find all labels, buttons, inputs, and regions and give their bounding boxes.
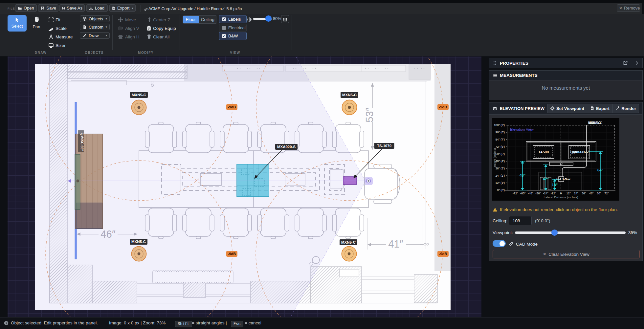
svg-text:Height (inches): Height (inches) — [493, 148, 497, 167]
svg-text:24": 24" — [574, 192, 578, 195]
svg-text:Elevation View: Elevation View — [510, 127, 534, 131]
svg-text:12" (1'): 12" (1') — [496, 181, 505, 185]
svg-text:84" (7'): 84" (7') — [496, 138, 505, 141]
svg-text:108" (9'): 108" (9') — [494, 123, 505, 127]
svg-text:-9dB: -9dB — [439, 105, 447, 109]
svg-text:72": 72" — [604, 192, 609, 195]
svg-text:-9dB: -9dB — [228, 252, 236, 256]
svg-text:18": 18" — [552, 183, 558, 187]
svg-text:53″: 53″ — [364, 107, 375, 122]
svg-text:60": 60" — [597, 192, 601, 195]
svg-text:60" (5'): 60" (5') — [496, 152, 505, 156]
svg-text:41″: 41″ — [388, 238, 403, 250]
svg-text:Lateral Distance (inches): Lateral Distance (inches) — [544, 195, 578, 199]
svg-text:64": 64" — [597, 168, 603, 172]
svg-text:0" (0'): 0" (0') — [497, 188, 505, 192]
svg-text:48": 48" — [520, 173, 525, 177]
svg-text:24" (2'): 24" (2') — [496, 174, 505, 177]
svg-text:MXA920-S: MXA920-S — [277, 145, 296, 149]
svg-text:QM65C 65″: QM65C 65″ — [80, 133, 84, 151]
svg-text:48": 48" — [589, 192, 593, 195]
svg-text:36": 36" — [582, 192, 586, 195]
svg-text:-9dB: -9dB — [228, 105, 236, 109]
svg-text:-72": -72" — [513, 192, 518, 195]
svg-text:MXN5-C: MXN5-C — [341, 240, 356, 244]
svg-text:-12": -12" — [551, 192, 556, 195]
svg-text:TA500: TA500 — [538, 150, 549, 154]
svg-text:-9dB: -9dB — [439, 252, 447, 256]
svg-text:48" (4'): 48" (4') — [496, 160, 505, 163]
svg-text:-36": -36" — [535, 192, 541, 195]
svg-text:-24": -24" — [543, 192, 548, 195]
svg-text:TS-1070: TS-1070 — [377, 144, 391, 148]
svg-text:96" (8'): 96" (8') — [496, 131, 505, 134]
svg-text:-48": -48" — [528, 192, 533, 195]
svg-text:-60": -60" — [520, 192, 525, 195]
svg-text:42": 42" — [543, 177, 549, 181]
svg-text:MXN5-C: MXN5-C — [342, 93, 357, 97]
svg-text:MXN5▸C: MXN5▸C — [589, 121, 602, 125]
svg-text:MXN5-C: MXN5-C — [132, 93, 146, 97]
svg-text:36" (3'): 36" (3') — [496, 167, 505, 170]
svg-text:12": 12" — [566, 192, 571, 195]
svg-text:MXN5-C: MXN5-C — [131, 240, 146, 244]
svg-text:0: 0 — [560, 192, 562, 195]
svg-text:72" (6'): 72" (6') — [496, 145, 505, 148]
